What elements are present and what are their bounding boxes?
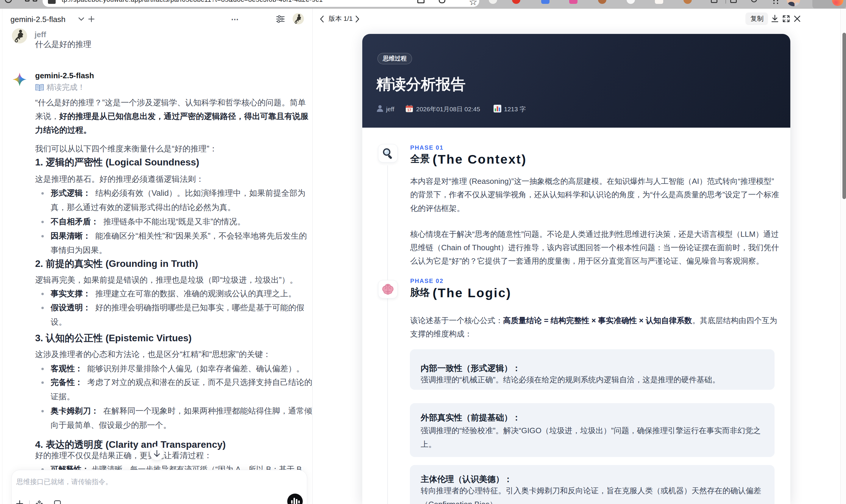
svg-text:17: 17 bbox=[407, 108, 411, 112]
